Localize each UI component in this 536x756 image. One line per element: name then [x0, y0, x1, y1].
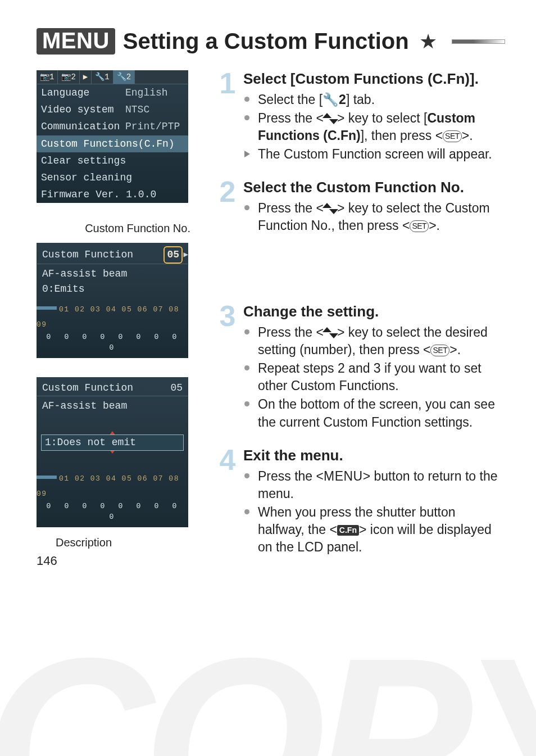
label-description: Description	[37, 536, 199, 549]
menu-badge: MENU	[37, 28, 115, 55]
menu-tab-tools2: 🔧2	[113, 70, 135, 84]
set-icon: SET	[410, 220, 429, 232]
cf-number: 05	[170, 381, 183, 396]
menu-tab-tools1: 🔧1	[92, 70, 113, 84]
menu-row-comm: CommunicationPrint/PTP	[37, 118, 188, 135]
step-title: Select [Custom Functions (C.Fn)].	[243, 70, 505, 88]
updown-icon	[324, 114, 337, 124]
cf-name: AF-assist beam	[42, 399, 183, 414]
page-number: 146	[37, 554, 57, 568]
menu-row-firmware: Firmware Ver. 1.0.0	[37, 186, 188, 203]
menu-tab-camera1: 📷1	[37, 70, 58, 84]
cfn-icon: C.Fn	[337, 525, 359, 536]
step-number: 1	[216, 70, 239, 164]
custom-function-select-screenshot: Custom Function 05 ▶ AF-assist beam 0:Em…	[37, 243, 188, 358]
menu-row-video: Video systemNTSC	[37, 101, 188, 118]
label-custom-function-no: Custom Function No.	[37, 222, 199, 235]
step-1: 1 Select [Custom Functions (C.Fn)]. Sele…	[216, 70, 505, 164]
menu-tab-camera2: 📷2	[58, 70, 79, 84]
step-bullet: Press the <> key to select the desired s…	[255, 324, 505, 359]
step-bullet: Press the <> key to select the Custom Fu…	[255, 200, 505, 234]
step-bullet: Repeat steps 2 and 3 if you want to set …	[255, 360, 505, 395]
step-bullet: When you press the shutter button halfwa…	[255, 504, 505, 556]
step-title: Exit the menu.	[243, 447, 505, 464]
menu-tab-play: ▶	[80, 70, 92, 84]
cf-selected-option: 1:Does not emit	[41, 434, 184, 451]
updown-icon	[324, 328, 337, 338]
camera-menu-screenshot: 📷1 📷2 ▶ 🔧1 🔧2 LanguageEnglish Video syst…	[37, 70, 188, 203]
updown-icon	[324, 203, 337, 214]
cf-value: 0:Emits	[42, 282, 183, 297]
step-bullet: Press the <> key to select [Custom Funct…	[255, 110, 505, 144]
set-icon: SET	[443, 130, 462, 142]
step-number: 3	[216, 303, 239, 432]
title-rule	[452, 39, 505, 44]
step-number: 4	[216, 447, 239, 557]
star-icon: ★	[419, 30, 437, 53]
cf-name: AF-assist beam	[42, 266, 183, 282]
cf-index-row: 01 02 03 04 05 06 07 08 09	[37, 304, 179, 329]
cf-value-row: 0 0 0 0 0 0 0 0 0	[37, 501, 188, 523]
menu-row-language: LanguageEnglish	[37, 84, 188, 101]
step-title: Change the setting.	[243, 303, 505, 320]
arrow-up-icon	[109, 420, 116, 436]
arrow-down-icon	[109, 449, 116, 465]
step-4: 4 Exit the menu. Press the <MENU> button…	[216, 447, 505, 557]
step-title: Select the Custom Function No.	[243, 179, 505, 196]
set-icon: SET	[430, 345, 449, 356]
cf-header: Custom Function	[42, 247, 133, 262]
copy-watermark: COPY	[0, 658, 536, 756]
custom-function-edit-screenshot: Custom Function 05 AF-assist beam 1:Does…	[37, 377, 188, 527]
menu-icon: MENU	[324, 469, 363, 483]
page-title: Setting a Custom Function	[123, 29, 409, 54]
step-bullet: Select the [🔧2] tab.	[255, 91, 505, 108]
step-bullet: On the bottom of the screen, you can see…	[255, 396, 505, 431]
menu-row-clear: Clear settings	[37, 152, 188, 169]
step-number: 2	[216, 179, 239, 236]
cf-number-highlight: 05 ▶	[163, 246, 183, 264]
cf-header: Custom Function	[42, 381, 133, 396]
step-bullet: Press the <MENU> button to return to the…	[255, 468, 505, 503]
step-result: The Custom Function screen will appear.	[255, 146, 505, 163]
step-2: 2 Select the Custom Function No. Press t…	[216, 179, 505, 236]
menu-row-sensor: Sensor cleaning	[37, 169, 188, 186]
cf-index-row: 01 02 03 04 05 06 07 08 09	[37, 473, 179, 498]
step-3: 3 Change the setting. Press the <> key t…	[216, 303, 505, 432]
page-title-row: MENU Setting a Custom Function ★	[37, 28, 505, 55]
tools2-icon: 🔧2	[322, 91, 346, 108]
menu-row-custom-functions: Custom Functions(C.Fn)	[37, 135, 188, 152]
cf-value-row: 0 0 0 0 0 0 0 0 0	[37, 332, 188, 354]
